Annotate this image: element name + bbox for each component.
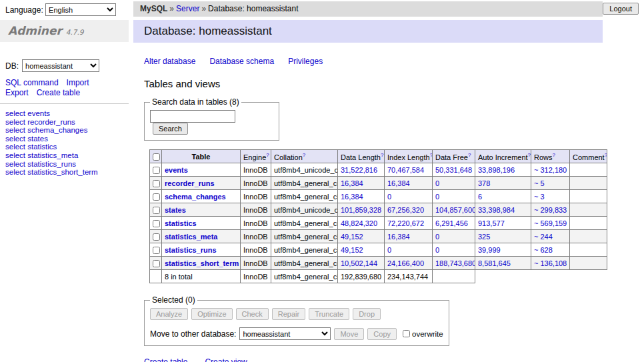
row-select-checkbox[interactable] — [153, 207, 160, 214]
table-name-link[interactable]: schema_changes — [165, 193, 226, 201]
auto-increment-link[interactable]: 33,398,984 — [478, 206, 515, 214]
db-select[interactable]: homeassistant — [22, 59, 99, 72]
help-icon[interactable]: ? — [266, 152, 269, 158]
row-select-checkbox[interactable] — [153, 233, 160, 241]
row-select-checkbox[interactable] — [153, 193, 160, 201]
sidebar-link-export[interactable]: Export — [5, 88, 29, 97]
rows-link[interactable]: ~ 299,833 — [534, 206, 567, 214]
auto-increment-link[interactable]: 6 — [478, 193, 482, 201]
table-name-link[interactable]: statistics_short_term — [165, 259, 239, 267]
data-free-link[interactable]: 6,291,456 — [435, 219, 468, 227]
help-icon[interactable]: ? — [430, 152, 433, 158]
sidebar-link-create-table[interactable]: Create table — [37, 88, 80, 97]
rows-link[interactable]: ~ 312,180 — [534, 166, 567, 174]
help-icon[interactable]: ? — [468, 152, 471, 158]
sidebar-select-table-link[interactable]: select schema_changes — [5, 126, 87, 134]
rows-link[interactable]: ~ 5 — [534, 179, 545, 187]
database-schema-link[interactable]: Database schema — [209, 57, 274, 66]
auto-increment-link[interactable]: 39,999 — [478, 246, 501, 254]
table-name-link[interactable]: statistics_runs — [165, 246, 217, 254]
data-length-link[interactable]: 49,152 — [341, 246, 363, 254]
auto-increment-link[interactable]: 325 — [478, 233, 490, 241]
data-length-link[interactable]: 49,152 — [341, 233, 363, 241]
drop-button[interactable]: Drop — [353, 308, 381, 320]
data-free-link[interactable]: 0 — [435, 246, 439, 254]
privileges-link[interactable]: Privileges — [288, 57, 323, 66]
search-input[interactable] — [150, 110, 235, 123]
row-select-checkbox[interactable] — [153, 220, 160, 227]
data-length-link[interactable]: 16,384 — [341, 193, 363, 201]
table-name-link[interactable]: events — [165, 166, 188, 174]
sidebar-select-table-link[interactable]: select states — [5, 135, 48, 143]
table-name-link[interactable]: states — [165, 206, 186, 214]
search-button[interactable]: Search — [153, 123, 188, 135]
rows-link[interactable]: ~ 244 — [534, 233, 553, 241]
sidebar-select-table-link[interactable]: select statistics — [5, 143, 57, 151]
data-length-link[interactable]: 16,384 — [341, 179, 363, 187]
table-name-link[interactable]: statistics_meta — [165, 233, 218, 241]
data-length-link[interactable]: 101,859,328 — [341, 206, 381, 214]
auto-increment-link[interactable]: 378 — [478, 179, 490, 187]
table-name-link[interactable]: statistics — [165, 219, 197, 227]
help-icon[interactable]: ? — [553, 152, 555, 158]
truncate-button[interactable]: Truncate — [309, 308, 349, 320]
sidebar-select-table-link[interactable]: select statistics_runs — [5, 160, 76, 168]
move-db-select[interactable]: homeassistant — [239, 327, 331, 340]
sidebar-select-table-link[interactable]: select recorder_runs — [5, 118, 75, 126]
overwrite-checkbox[interactable] — [403, 330, 410, 337]
data-free-link[interactable]: 0 — [435, 233, 439, 241]
auto-increment-link[interactable]: 8,581,645 — [478, 259, 511, 267]
move-button[interactable]: Move — [334, 328, 364, 340]
help-icon[interactable]: ? — [303, 152, 305, 158]
select-all-checkbox[interactable] — [153, 153, 160, 161]
index-length-link[interactable]: 67,256,320 — [387, 206, 424, 214]
check-button[interactable]: Check — [236, 308, 269, 320]
data-free-link[interactable]: 104,857,600 — [435, 206, 475, 214]
index-length-link[interactable]: 0 — [387, 246, 391, 254]
table-name-link[interactable]: recorder_runs — [165, 179, 215, 187]
index-length-link[interactable]: 0 — [387, 193, 391, 201]
index-length-link[interactable]: 16,384 — [387, 233, 410, 241]
data-free-link[interactable]: 0 — [435, 179, 439, 187]
index-length-link[interactable]: 24,166,400 — [387, 259, 424, 267]
row-select-checkbox[interactable] — [153, 247, 160, 254]
help-icon[interactable]: ? — [528, 152, 531, 158]
index-length-link[interactable]: 16,384 — [387, 179, 410, 187]
move-label: Move to other database: — [150, 329, 236, 339]
sidebar-select-table-link[interactable]: select events — [5, 109, 50, 117]
row-select-checkbox[interactable] — [153, 167, 160, 174]
data-free-link[interactable]: 0 — [435, 193, 439, 201]
rows-link[interactable]: ~ 569,159 — [534, 219, 567, 227]
index-length-link[interactable]: 72,220,672 — [387, 219, 424, 227]
logout-button[interactable]: Logout — [603, 3, 639, 15]
data-free-link[interactable]: 50,331,648 — [435, 166, 472, 174]
analyze-button[interactable]: Analyze — [150, 308, 188, 320]
sidebar-select-table-link[interactable]: select statistics_short_term — [5, 168, 98, 176]
rows-link[interactable]: ~ 136,108 — [534, 259, 567, 267]
data-length-link[interactable]: 31,522,816 — [341, 166, 377, 174]
breadcrumb-link-server[interactable]: Server — [176, 4, 199, 13]
copy-button[interactable]: Copy — [367, 328, 397, 340]
help-icon[interactable]: ? — [381, 152, 383, 158]
breadcrumb-link-mysql[interactable]: MySQL — [140, 4, 167, 13]
index-length-link[interactable]: 70,467,584 — [387, 166, 424, 174]
create-table-link[interactable]: Create table — [144, 357, 187, 362]
row-select-checkbox[interactable] — [153, 180, 160, 187]
sidebar-select-table-link[interactable]: select statistics_meta — [5, 151, 78, 159]
auto-increment-link[interactable]: 913,577 — [478, 219, 505, 227]
data-free-link[interactable]: 188,743,680 — [435, 259, 475, 267]
data-length-link[interactable]: 10,502,144 — [341, 259, 377, 267]
rows-link[interactable]: ~ 3 — [534, 193, 545, 201]
help-icon[interactable]: ? — [605, 152, 607, 158]
repair-button[interactable]: Repair — [272, 308, 305, 320]
rows-link[interactable]: ~ 628 — [534, 246, 553, 254]
create-view-link[interactable]: Create view — [205, 357, 247, 362]
alter-database-link[interactable]: Alter database — [144, 57, 195, 66]
sidebar-link-import[interactable]: Import — [67, 78, 89, 87]
row-select-checkbox[interactable] — [153, 260, 160, 267]
data-length-link[interactable]: 48,824,320 — [341, 219, 377, 227]
language-select[interactable]: English — [45, 3, 116, 16]
auto-increment-link[interactable]: 33,898,196 — [478, 166, 515, 174]
sidebar-link-sql-command[interactable]: SQL command — [5, 78, 59, 87]
optimize-button[interactable]: Optimize — [191, 308, 232, 320]
